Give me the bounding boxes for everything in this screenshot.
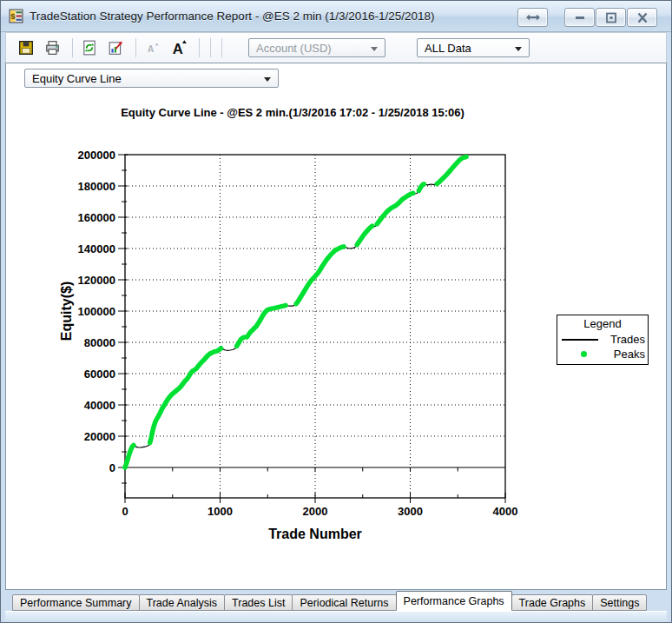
report-content: 0200004000060000800001000001200001400001… — [5, 63, 667, 590]
chevron-down-icon — [371, 47, 378, 51]
graph-type-dropdown-value: Equity Curve Line — [32, 72, 122, 85]
svg-text:200000: 200000 — [78, 149, 115, 162]
chart-legend: Legend Trades Peaks — [557, 315, 649, 365]
svg-text:A: A — [173, 41, 183, 56]
account-dropdown-value: Account (USD) — [256, 42, 332, 55]
svg-text:1000: 1000 — [208, 505, 233, 518]
restore-button[interactable] — [596, 8, 626, 27]
svg-text:3000: 3000 — [398, 505, 423, 518]
font-increase-button[interactable]: A — [168, 36, 190, 59]
legend-entry-peaks: Peaks — [557, 347, 648, 361]
svg-text:80000: 80000 — [84, 336, 115, 349]
svg-text:140000: 140000 — [78, 242, 115, 255]
print-button[interactable] — [41, 36, 63, 59]
report-tabstrip: Performance Summary Trade Analysis Trade… — [5, 590, 667, 611]
window-title: TradeStation Strategy Performance Report… — [30, 10, 434, 23]
legend-label-trades: Trades — [610, 333, 648, 346]
window-controls — [517, 8, 657, 27]
toolbar: A A Account (USD) ALL Data — [5, 32, 667, 63]
svg-text:A: A — [148, 44, 155, 54]
toolbar-separator — [199, 38, 200, 57]
tab-trade-graphs[interactable]: Trade Graphs — [511, 594, 594, 611]
peaks-dot-swatch — [581, 351, 587, 357]
font-decrease-button[interactable]: A — [142, 36, 164, 59]
account-dropdown[interactable]: Account (USD) — [248, 38, 385, 57]
resize-horizontal-icon — [525, 12, 541, 23]
svg-text:2000: 2000 — [303, 505, 328, 518]
svg-text:160000: 160000 — [78, 211, 115, 224]
export-settings-icon — [108, 40, 124, 56]
tab-settings[interactable]: Settings — [592, 594, 647, 611]
app-window: $ TradeStation Strategy Performance Repo… — [0, 0, 672, 623]
chart-title: Equity Curve Line - @ES 2 min.(1/3/2016 … — [58, 106, 527, 119]
toolbar-separator — [210, 38, 211, 57]
data-range-dropdown-value: ALL Data — [425, 42, 471, 55]
status-bar — [5, 611, 667, 622]
svg-text:60000: 60000 — [84, 368, 115, 381]
legend-entry-trades: Trades — [557, 332, 648, 347]
svg-text:0: 0 — [109, 461, 115, 474]
svg-text:0: 0 — [122, 505, 128, 518]
svg-text:100000: 100000 — [78, 305, 115, 318]
svg-text:20000: 20000 — [84, 430, 115, 443]
chevron-down-icon — [264, 77, 271, 82]
toolbar-separator — [72, 38, 73, 57]
svg-text:$: $ — [10, 11, 16, 21]
save-button[interactable] — [15, 36, 37, 59]
export-settings-button[interactable] — [104, 36, 127, 59]
tab-performance-summary[interactable]: Performance Summary — [12, 594, 140, 611]
legend-title: Legend — [557, 315, 648, 332]
trades-line-swatch — [562, 339, 598, 341]
close-icon — [636, 12, 649, 23]
refresh-icon — [82, 40, 97, 56]
restore-icon — [604, 12, 618, 23]
legend-label-peaks: Peaks — [614, 348, 648, 361]
tab-trade-analysis[interactable]: Trade Analysis — [139, 594, 226, 611]
font-decrease-icon: A — [145, 40, 161, 56]
font-increase-icon: A — [170, 39, 188, 56]
svg-text:180000: 180000 — [78, 180, 115, 193]
svg-text:4000: 4000 — [493, 505, 518, 518]
refresh-button[interactable] — [78, 36, 101, 59]
graph-type-dropdown[interactable]: Equity Curve Line — [24, 69, 279, 88]
app-icon[interactable]: $ — [9, 9, 23, 23]
data-range-dropdown[interactable]: ALL Data — [417, 38, 530, 57]
tab-trades-list[interactable]: Trades List — [224, 594, 293, 611]
toolbar-separator — [221, 38, 222, 57]
window-frame: A A Account (USD) ALL Data — [1, 32, 671, 622]
resize-window-button[interactable] — [517, 8, 548, 27]
svg-text:40000: 40000 — [84, 399, 115, 412]
toolbar-separator — [135, 38, 136, 57]
svg-text:120000: 120000 — [78, 274, 115, 287]
chevron-down-icon — [515, 47, 522, 51]
save-icon — [18, 40, 34, 56]
svg-text:Trade Number: Trade Number — [268, 527, 362, 541]
print-icon — [44, 40, 61, 56]
tab-performance-graphs[interactable]: Performance Graphs — [396, 591, 512, 611]
svg-text:Equity($): Equity($) — [59, 282, 74, 341]
tab-periodical-returns[interactable]: Periodical Returns — [292, 594, 396, 611]
minimize-icon — [573, 12, 587, 23]
title-bar: $ TradeStation Strategy Performance Repo… — [1, 1, 671, 32]
close-button[interactable] — [627, 8, 657, 27]
minimize-button[interactable] — [564, 8, 595, 27]
